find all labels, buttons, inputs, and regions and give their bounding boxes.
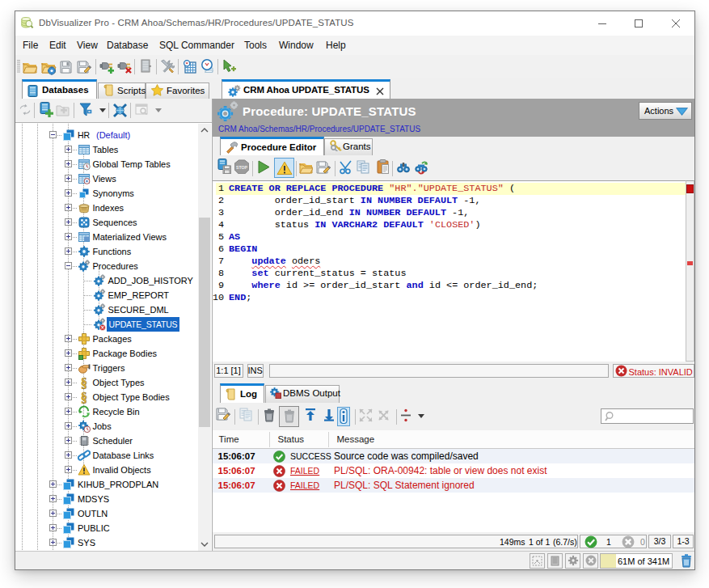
svg-text:§: § [81, 391, 87, 404]
svg-text:STOP: STOP [236, 165, 248, 170]
svg-text:§: § [81, 376, 87, 389]
